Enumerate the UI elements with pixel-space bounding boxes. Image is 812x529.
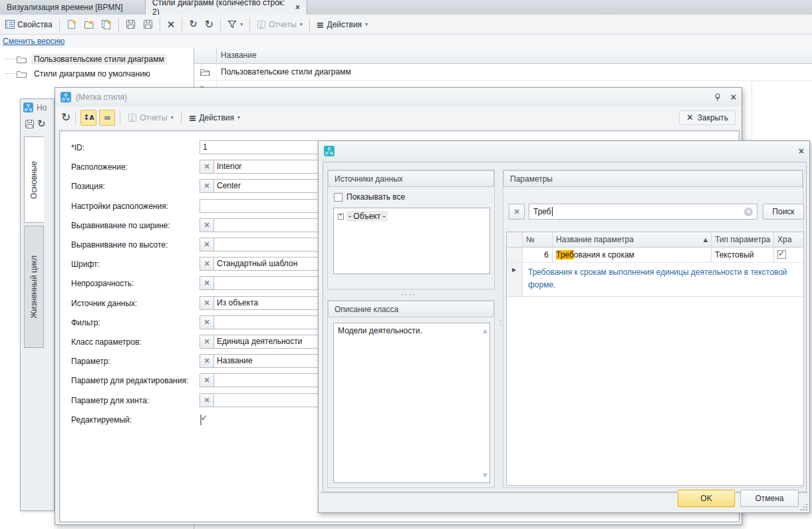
clear-value-button[interactable]: ✕ [200,393,214,407]
ok-button[interactable]: OK [678,490,735,507]
clear-value-button[interactable]: ✕ [200,335,214,349]
clear-value-button[interactable]: ✕ [200,257,214,271]
tab-time-visualization[interactable]: Визуализация времени [BPMN] [0,0,146,15]
reports-button[interactable]: Отчеты ▾ [254,19,305,31]
tab-close-icon[interactable]: × [295,3,300,12]
cancel-button[interactable]: Отмена [740,490,799,507]
clear-value-button[interactable]: ✕ [200,354,214,368]
new-object-button[interactable]: ★ [64,18,79,31]
list-row-partial[interactable] [194,81,812,87]
reports-button[interactable]: Отчеты ▾ [125,112,176,124]
separator [118,18,119,31]
delete-button[interactable]: ✕ [164,19,178,31]
field-input[interactable]: Из объекта [214,296,324,310]
cell-num: 6 [523,248,553,262]
save-button[interactable] [123,18,138,31]
clear-value-button[interactable]: ✕ [200,276,214,290]
parameter-row[interactable]: 6 Требования к срокам Текстовый [507,248,803,263]
clear-value-button[interactable]: ✕ [200,373,214,387]
clear-value-button[interactable]: ✕ [200,160,214,174]
clear-value-button[interactable]: ✕ [200,179,214,193]
sort-toggle-button[interactable]: ↕A [80,110,96,126]
actions-button[interactable]: ≡ Действия ▾ [314,19,370,31]
svg-text:★: ★ [72,19,76,25]
svg-text:★: ★ [107,20,112,26]
field-input[interactable]: Стандартный шаблон [214,257,324,271]
field-input[interactable]: Center [214,179,324,193]
field-input[interactable] [214,393,324,407]
tree-node-object[interactable]: - Объект - [334,208,489,222]
panel-title: Источники данных [335,174,403,184]
column-header-name[interactable]: Название [221,51,257,60]
change-version-link[interactable]: Сменить версию [3,37,65,46]
tree-item[interactable]: Стили диаграмм по умолчанию [0,67,194,81]
scroll-down-icon[interactable]: ▼ [483,472,487,478]
field-input[interactable]: 1 [200,140,324,154]
list-row[interactable]: Пользовательские стили диаграмм [194,64,812,81]
refresh-icon[interactable]: ↻ [61,112,70,122]
actions-button[interactable]: ≡ Действия ▾ [186,112,243,124]
clear-text-icon[interactable]: ✕ [744,208,753,216]
expand-icon[interactable] [338,214,344,220]
copy-object-button[interactable]: ★ [98,18,114,31]
close-icon: ✕ [686,113,694,122]
refresh-icon: ↻ [189,19,198,29]
dialog-body: Источники данных Показывать все - Объект… [323,162,807,492]
link-toggle-button[interactable]: ∞ [99,110,115,126]
tab-lifecycle[interactable]: Жизненный цикл [24,226,44,348]
filter-button[interactable]: ▾ [225,19,245,30]
delete-icon: ✕ [167,20,176,29]
window-title: Но [23,102,54,112]
field-input[interactable] [214,276,324,290]
close-icon[interactable]: × [731,92,736,102]
refresh-icon[interactable]: ↻ [37,119,46,129]
refresh-all-button[interactable]: ↻ [202,18,216,31]
show-all-checkbox[interactable] [334,193,342,202]
clear-value-button[interactable]: ✕ [200,296,214,310]
clear-search-button[interactable]: ✕ [509,204,525,220]
close-dialog-button[interactable]: ✕ Закрыть [679,110,736,125]
field-input[interactable] [214,315,324,329]
field-label: Параметр: [71,357,110,366]
column-header-type[interactable]: Тип параметра [712,232,774,247]
clear-value-button[interactable]: ✕ [200,218,214,232]
search-button[interactable]: Поиск [763,204,804,220]
field-input[interactable] [200,199,324,213]
tree-item[interactable]: Пользовательские стили диаграмм [0,52,194,67]
data-sources-group: Источники данных Показывать все - Объект… [327,170,495,289]
horizontal-splitter[interactable]: ···· [402,291,416,299]
save-icon[interactable] [25,119,35,129]
column-header-num[interactable]: № [523,232,553,247]
clear-value-button[interactable]: ✕ [200,315,214,329]
properties-button[interactable]: Свойства [3,19,55,31]
editable-checkbox[interactable] [200,415,202,425]
search-input[interactable]: Треб ✕ [529,204,757,220]
properties-icon [5,20,15,29]
list-scroll-edge [751,81,752,140]
close-icon[interactable]: × [799,146,804,156]
store-checkbox[interactable] [777,250,786,259]
column-header-name[interactable]: Название параметра ▲ [553,232,712,247]
field-input[interactable]: Единица деятельности [214,335,324,349]
scroll-up-icon[interactable]: ▲ [483,327,487,334]
pin-icon[interactable] [714,93,722,102]
field-input[interactable] [214,373,324,387]
save-all-icon [143,19,153,29]
tab-diagram-styles[interactable]: Стили диаграмм (количество строк: 2) × [146,0,307,15]
field-input[interactable]: Interior [214,160,324,174]
clear-value-button[interactable]: ✕ [200,238,214,252]
column-header-store[interactable]: Хра [774,232,803,247]
column-separator [216,48,217,64]
new-child-object-button[interactable]: ★ [81,18,96,31]
dialog-footer [319,492,809,514]
resize-grip[interactable] [801,504,807,510]
field-input[interactable]: Название [214,354,324,368]
save-all-button[interactable] [140,18,156,31]
tab-main[interactable]: Основные [24,136,44,223]
list-header: Название [194,48,812,64]
business-studio-icon [324,146,335,156]
field-input[interactable] [214,218,324,232]
field-input[interactable] [214,238,324,252]
dialog-title-bar: × [319,141,809,161]
refresh-button[interactable]: ↻ [186,18,200,31]
